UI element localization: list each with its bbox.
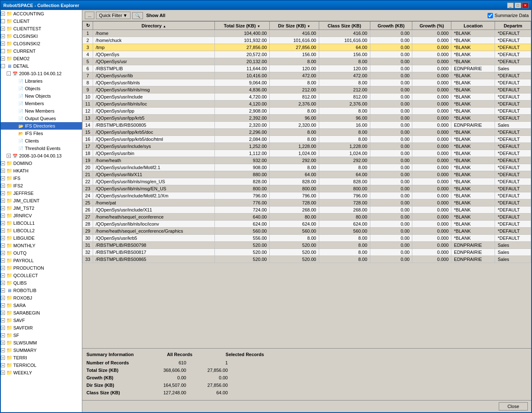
sidebar-item-outq[interactable]: +📁OUTQ <box>1 249 82 257</box>
table-row[interactable]: 26 /QOpenSys/usr/include/X11 724.00 268.… <box>83 206 531 214</box>
sidebar-item-client[interactable]: -📁CLIENT <box>1 17 82 25</box>
table-row[interactable]: 19 /home/heath 932.00 292.00 292.00 0.00… <box>83 157 531 164</box>
expand-icon-jim-tst2[interactable]: + <box>1 206 5 210</box>
sidebar-item-objects[interactable]: 📄Objects <box>1 85 82 92</box>
growth-pct-header[interactable]: Growth (%) <box>412 22 451 30</box>
table-row[interactable]: 12 /QOpenSys/usr/lpp 2,908.00 8.00 8.00 … <box>83 108 531 115</box>
table-row[interactable]: 5 /QOpenSys/usr 20,132.00 8.00 8.00 0.00… <box>83 58 531 65</box>
table-row[interactable]: 4 /QOpenSys 20,572.00 156.00 156.00 0.00… <box>83 51 531 58</box>
expand-icon-slwsumm[interactable]: + <box>1 341 5 345</box>
expand-icon-libcoll2[interactable]: + <box>1 229 5 233</box>
expand-icon-monthly[interactable]: + <box>1 243 5 248</box>
sidebar-item-payroll[interactable]: +📁PAYROLL <box>1 257 82 264</box>
expand-icon-current[interactable]: - <box>1 49 5 53</box>
expand-icon-jim-client[interactable]: + <box>1 199 5 203</box>
sidebar-item-qlibs[interactable]: +📁QLIBS <box>1 279 82 287</box>
sidebar-item-demo2[interactable]: +📁DEMO2 <box>1 55 82 62</box>
sidebar-item-current[interactable]: -📁CURRENT <box>1 47 82 55</box>
class-size-header[interactable]: Class Size (KB) <box>319 22 370 30</box>
sidebar-item-sara[interactable]: +📁SARA <box>1 302 82 309</box>
sidebar-item-detail-date2[interactable]: +📅2008-10-04 04.00.13 <box>1 152 82 160</box>
expand-icon-detail-date[interactable]: - <box>7 71 11 76</box>
table-row[interactable]: 6 /RBSTMPLIB 11,644.00 120.00 120.00 0.0… <box>83 65 531 72</box>
table-row[interactable]: 30 /QOpenSys/usr/krb5 556.00 8.00 8.00 0… <box>83 235 531 242</box>
show-all-button[interactable]: 🔍 <box>132 12 143 19</box>
sidebar-item-threshold-events[interactable]: 📄Threshold Events <box>1 145 82 152</box>
expand-icon-libguide[interactable]: + <box>1 236 5 240</box>
expand-icon-ifs2[interactable]: + <box>1 184 5 188</box>
dir-size-header[interactable]: Dir Size (KB) ▼ <box>270 22 319 30</box>
table-row[interactable]: 33 /RBSTMPLIB/RBS00865 520.00 520.00 8.0… <box>83 256 531 263</box>
sidebar-item-detail-date[interactable]: -📅2008-10-11 04.00.12 <box>1 70 82 77</box>
expand-icon-jeffrse[interactable]: + <box>1 191 5 195</box>
expand-icon-savfdir[interactable]: + <box>1 326 5 330</box>
sidebar-item-terri[interactable]: +📁TERRI <box>1 354 82 361</box>
sidebar-item-jim-tst2[interactable]: +📁JIM_TST2 <box>1 204 82 212</box>
table-row[interactable]: 3 /tmp 27,856.00 27,856.00 64.00 0.00 0.… <box>83 44 531 51</box>
expand-icon-qcollect[interactable]: + <box>1 273 5 278</box>
table-row[interactable]: 7 /QOpenSys/usr/lib 10,416.00 472.00 472… <box>83 72 531 79</box>
table-row[interactable]: 23 /QOpenSys/usr/lib/nls/msg/EN_US 800.0… <box>83 185 531 192</box>
expand-icon-sarabegin[interactable]: + <box>1 311 5 315</box>
table-row[interactable]: 8 /QOpenSys/usr/lib/nls 9,064.00 8.00 8.… <box>83 79 531 86</box>
expand-icon-detail[interactable]: - <box>1 64 5 68</box>
back-button[interactable]: ... <box>85 12 94 19</box>
expand-icon-terri[interactable]: + <box>1 356 5 360</box>
sidebar-item-clienttest[interactable]: +📁CLIENTTEST <box>1 25 82 32</box>
close-button[interactable]: Close <box>499 402 528 411</box>
expand-icon-outq[interactable]: + <box>1 251 5 255</box>
table-row[interactable]: 14 /RBSTMPLIB/RBS00805 2,320.00 2,320.00… <box>83 122 531 129</box>
directory-header[interactable]: Directory ▲ <box>93 22 215 30</box>
table-row[interactable]: 1 /home 104,400.00 416.00 416.00 0.00 0.… <box>83 30 531 37</box>
table-row[interactable]: 16 /QOpenSys/usr/lpp/krb5/doc/html 2,084… <box>83 136 531 143</box>
table-row[interactable]: 32 /RBSTMPLIB/RBS00817 520.00 520.00 8.0… <box>83 249 531 256</box>
sidebar-item-weekly[interactable]: +📁WEEKLY <box>1 369 82 376</box>
sidebar-item-members[interactable]: 📄Members <box>1 100 82 107</box>
table-row[interactable]: 9 /QOpenSys/usr/lib/nls/msg 4,836.00 212… <box>83 86 531 93</box>
table-row[interactable]: 2 /home/chuck 101,932.00 101,616.00 101,… <box>83 37 531 44</box>
sidebar-item-savfdir[interactable]: +📁SAVFDIR <box>1 324 82 332</box>
table-row[interactable]: 29 /home/heath/sequel_econference/Graphi… <box>83 228 531 235</box>
sidebar-item-summary[interactable]: +📁SUMMARY <box>1 347 82 354</box>
table-row[interactable]: 20 /QOpenSys/usr/include/Motif2.1 908.00… <box>83 164 531 171</box>
sidebar-item-libcoll1[interactable]: +📁LIBCOLL1 <box>1 219 82 227</box>
sidebar-item-sf[interactable]: +📁SF <box>1 332 82 339</box>
expand-icon-roxobj[interactable]: + <box>1 296 5 300</box>
sidebar-item-new-objects[interactable]: 📄New Objects <box>1 92 82 100</box>
sidebar-item-slwsumm[interactable]: +📁SLWSUMM <box>1 339 82 347</box>
expand-icon-terricol[interactable]: + <box>1 363 5 367</box>
sidebar-item-ifs2[interactable]: +📁IFS2 <box>1 182 82 189</box>
expand-icon-ifs[interactable]: + <box>1 176 5 180</box>
table-row[interactable]: 13 /QOpenSys/usr/lpp/krb5 2,392.00 96.00… <box>83 115 531 122</box>
table-row[interactable]: 24 /QOpenSys/usr/include/Motif2.1/Xm 796… <box>83 192 531 199</box>
summarize-check[interactable]: Summarize Data <box>488 13 529 18</box>
sidebar-item-closinki2[interactable]: +📁CLOSINSKI2 <box>1 40 82 47</box>
growth-kb-header[interactable]: Growth (KB) <box>370 22 412 30</box>
expand-icon-client[interactable]: - <box>1 19 5 23</box>
expand-icon-robotlib[interactable]: + <box>1 288 5 293</box>
sidebar-item-hkath[interactable]: +📁HKATH <box>1 167 82 175</box>
sidebar-item-detail[interactable]: -🖥DETAIL <box>1 62 82 70</box>
sidebar-item-terricol[interactable]: +📁TERRICOL <box>1 361 82 369</box>
sidebar-item-ifs-files[interactable]: 📂IFS Files <box>1 130 82 137</box>
department-header[interactable]: Departm <box>495 22 531 30</box>
expand-icon-weekly[interactable]: + <box>1 371 5 375</box>
expand-icon-accounting[interactable]: + <box>1 12 5 16</box>
sidebar-item-ifs-directories[interactable]: 📂IFS Directories <box>1 122 82 130</box>
table-row[interactable]: 28 /QOpenSys/usr/lib/nls/loc/iconv 624.0… <box>83 221 531 228</box>
table-row[interactable]: 22 /QOpenSys/usr/lib/nls/msg/en_US 828.0… <box>83 178 531 185</box>
sidebar-item-robotlib[interactable]: +🖥ROBOTLIB <box>1 287 82 294</box>
expand-icon-summary[interactable]: + <box>1 348 5 352</box>
sidebar-item-accounting[interactable]: +📁ACCOUNTING <box>1 10 82 17</box>
expand-icon-demo2[interactable]: + <box>1 57 5 61</box>
table-row[interactable]: 18 /QOpenSys/usr/bin 1,112.00 1,024.00 1… <box>83 150 531 157</box>
sidebar-item-new-members[interactable]: 📄New Members <box>1 107 82 115</box>
table-row[interactable]: 11 /QOpenSys/usr/lib/nls/loc 4,120.00 2,… <box>83 101 531 108</box>
table-row[interactable]: 17 /QOpenSys/usr/include/sys 1,252.00 1,… <box>83 143 531 150</box>
expand-icon-detail-date2[interactable]: + <box>7 154 11 158</box>
table-row[interactable]: 27 /home/heath/sequel_econference 640.00… <box>83 214 531 221</box>
expand-icon-hkath[interactable]: + <box>1 169 5 173</box>
sidebar-item-ifs[interactable]: +📁IFS <box>1 175 82 182</box>
expand-icon-production[interactable]: + <box>1 266 5 270</box>
expand-icon-sara[interactable]: + <box>1 303 5 307</box>
